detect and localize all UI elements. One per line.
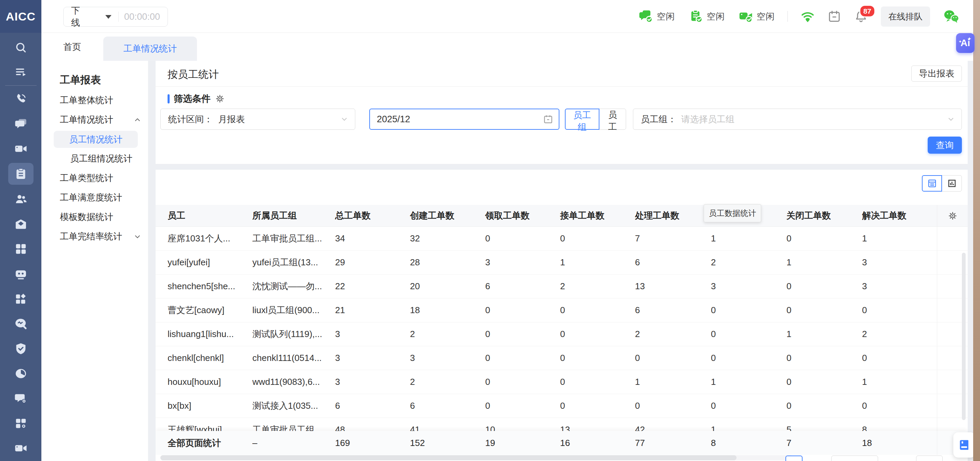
- menu-items: 工单整体统计工单情况统计员工情况统计员工组情况统计工单类型统计工单满意度统计模板…: [41, 90, 148, 246]
- sidebar-item-shield-check[interactable]: [10, 336, 32, 361]
- export-report-button[interactable]: 导出报表: [911, 66, 962, 82]
- table-header-row: 员工所属员工组总工单数创建工单数领取工单数接单工单数处理工单数完成工单数关闭工单…: [156, 205, 968, 227]
- menu-item-5[interactable]: 工单类型统计: [41, 168, 148, 188]
- sidebar-item-workorder-clipboard[interactable]: [8, 163, 33, 185]
- table-cell: 21: [323, 298, 398, 322]
- table-view-button[interactable]: [922, 175, 942, 192]
- menu-item-8[interactable]: 工单完结率统计: [41, 227, 148, 246]
- knowledge-book-button[interactable]: [953, 432, 975, 458]
- table-cell: 0: [775, 394, 850, 418]
- menu-item-7[interactable]: 模板数据统计: [41, 207, 148, 227]
- table-cell: houxu[houxu]: [156, 370, 240, 394]
- vertical-scrollbar[interactable]: [962, 253, 966, 420]
- sidebar-item-video-call[interactable]: [10, 436, 32, 461]
- menu-item-3[interactable]: 员工情况统计: [54, 131, 138, 148]
- table-cell: 0: [473, 298, 548, 322]
- table-cell: 29: [323, 251, 398, 274]
- calendar-icon[interactable]: [827, 10, 841, 23]
- table-cell: 3: [398, 346, 473, 370]
- table-cell: 3: [323, 370, 398, 394]
- divider: [788, 11, 788, 22]
- chart-view-button[interactable]: [942, 175, 962, 192]
- table-cell: 18: [398, 298, 473, 322]
- filter-settings-gear-icon[interactable]: [215, 93, 225, 104]
- channel-status-item[interactable]: 空闲: [738, 9, 775, 24]
- table-cell: 座席1031个人...: [156, 227, 240, 250]
- employee-group-select[interactable]: 员工组： 请选择员工组: [633, 109, 962, 130]
- pagination-jump-input[interactable]: [916, 456, 943, 461]
- table-cell: 0: [775, 370, 850, 394]
- pagination-size-select[interactable]: [831, 456, 878, 461]
- tab-home[interactable]: 首页: [41, 33, 103, 61]
- table-cell: 0: [473, 227, 548, 250]
- table-cell: 2: [623, 322, 699, 346]
- agent-status-value[interactable]: 下线: [71, 5, 83, 29]
- table-cell: 3: [850, 251, 937, 274]
- sidebar-item-search[interactable]: [10, 35, 32, 60]
- summary-cell: 77: [623, 431, 699, 455]
- notifications-bell-icon[interactable]: 87: [854, 10, 868, 23]
- sidebar-item-message-monitor[interactable]: [10, 311, 32, 336]
- sidebar-item-robot[interactable]: [10, 261, 32, 286]
- table-cell: 0: [548, 346, 623, 370]
- sidebar-item-playlist[interactable]: [10, 60, 32, 85]
- menu-item-4[interactable]: 员工组情况统计: [41, 149, 148, 168]
- sidebar-item-chat[interactable]: [10, 111, 32, 136]
- table-row: houxu[houxu]wwd11(9083),6...32001101: [156, 370, 968, 394]
- channel-status-item[interactable]: 空闲: [638, 9, 675, 24]
- group-label: 员工组：: [641, 113, 676, 125]
- table-cell: lishuang1[lishu...: [156, 322, 240, 346]
- menu-item-6[interactable]: 工单满意度统计: [41, 188, 148, 207]
- summary-cell: 7: [775, 431, 850, 455]
- scrollbar-thumb[interactable]: [161, 455, 737, 460]
- tab-workorder-stats[interactable]: 工单情况统计: [103, 36, 197, 61]
- table-cell: 2: [699, 251, 775, 274]
- sidebar-nav: [0, 33, 41, 461]
- online-queue-button[interactable]: 在线排队: [881, 6, 930, 27]
- sidebar-item-video[interactable]: [10, 136, 32, 161]
- table-cell: 28: [398, 251, 473, 274]
- agent-status-pill[interactable]: 下线 00:00:00: [63, 7, 168, 27]
- toggle-employee-group[interactable]: 员工组: [565, 109, 600, 130]
- ai-assistant-button[interactable]: ✦ Ai ✦: [956, 33, 975, 53]
- sidebar-item-mail[interactable]: [10, 211, 32, 236]
- table-cell: 0: [623, 346, 699, 370]
- wifi-icon[interactable]: [801, 10, 815, 23]
- wechat-icon[interactable]: [943, 9, 959, 24]
- chevron-down-icon: [340, 115, 349, 124]
- menu-item-2[interactable]: 工单情况统计: [41, 110, 148, 130]
- table-cell: 0: [699, 322, 775, 346]
- bar-chart-icon: [947, 178, 957, 189]
- sidebar-item-team[interactable]: [10, 187, 32, 211]
- table-cell: 2: [548, 274, 623, 298]
- horizontal-scrollbar[interactable]: [161, 455, 793, 460]
- column-settings-gear-icon[interactable]: [937, 205, 968, 227]
- menu-item-1[interactable]: 工单整体统计: [41, 90, 148, 110]
- sidebar-item-chat-settings[interactable]: [10, 386, 32, 411]
- query-button[interactable]: 查询: [928, 136, 962, 154]
- table-cell: 测试队列(1119),...: [240, 322, 323, 346]
- interval-select[interactable]: 统计区间： 月报表: [161, 109, 355, 130]
- sidebar-item-apps-settings[interactable]: [10, 411, 32, 436]
- table-summary-row: 全部页面统计–1691521916778718: [156, 431, 968, 455]
- chevron-up-icon: [133, 116, 142, 124]
- menu-item-label: 工单完结率统计: [60, 230, 122, 242]
- sidebar-item-clock[interactable]: [10, 361, 32, 386]
- divider: [5, 86, 37, 86]
- channel-status-item[interactable]: 空闲: [688, 9, 725, 24]
- dimension-toggle: 员工组 员工: [565, 109, 626, 130]
- table-cell: 3: [323, 346, 398, 370]
- toggle-employee[interactable]: 员工: [599, 109, 626, 130]
- book-icon: [958, 439, 970, 451]
- group-placeholder: 请选择员工组: [681, 113, 735, 125]
- table-cell: 0: [473, 322, 548, 346]
- month-picker-input[interactable]: 2025/12: [369, 109, 559, 130]
- sidebar-item-apps[interactable]: [10, 236, 32, 261]
- sidebar-item-phone[interactable]: [10, 86, 32, 111]
- sidebar-item-apps-diamond[interactable]: [10, 286, 32, 311]
- mail-icon: [14, 217, 27, 230]
- chat-icon: [14, 117, 27, 130]
- employee-stats-table: 员工所属员工组总工单数创建工单数领取工单数接单工单数处理工单数完成工单数关闭工单…: [156, 205, 968, 442]
- page-title: 按员工统计: [167, 68, 219, 82]
- pagination-page-button[interactable]: [786, 456, 803, 461]
